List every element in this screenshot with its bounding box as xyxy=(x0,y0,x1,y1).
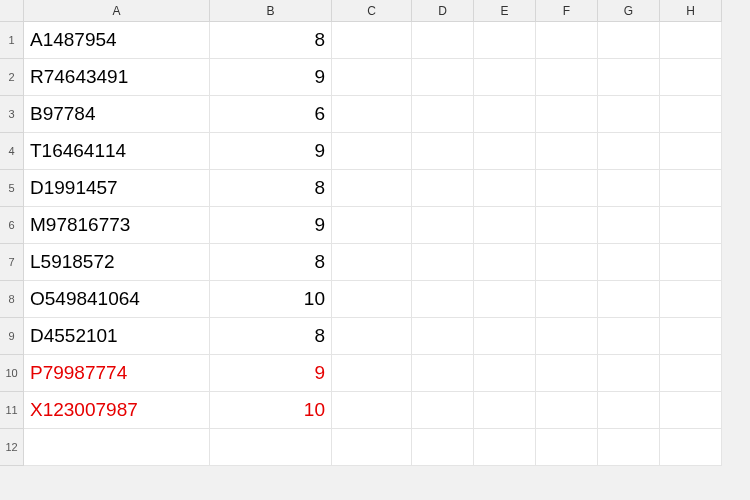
cell-h6[interactable] xyxy=(660,207,722,244)
cell-b8[interactable]: 10 xyxy=(210,281,332,318)
cell-a3[interactable]: B97784 xyxy=(24,96,210,133)
cell-g2[interactable] xyxy=(598,59,660,96)
cell-f3[interactable] xyxy=(536,96,598,133)
cell-d11[interactable] xyxy=(412,392,474,429)
row-header-11[interactable]: 11 xyxy=(0,392,24,429)
cell-g12[interactable] xyxy=(598,429,660,466)
row-header-3[interactable]: 3 xyxy=(0,96,24,133)
cell-h1[interactable] xyxy=(660,22,722,59)
cell-c9[interactable] xyxy=(332,318,412,355)
cell-a2[interactable]: R74643491 xyxy=(24,59,210,96)
cell-c1[interactable] xyxy=(332,22,412,59)
cell-a1[interactable]: A1487954 xyxy=(24,22,210,59)
cell-e3[interactable] xyxy=(474,96,536,133)
row-header-9[interactable]: 9 xyxy=(0,318,24,355)
cell-b5[interactable]: 8 xyxy=(210,170,332,207)
cell-g1[interactable] xyxy=(598,22,660,59)
cell-a6[interactable]: M97816773 xyxy=(24,207,210,244)
cell-g4[interactable] xyxy=(598,133,660,170)
cell-h5[interactable] xyxy=(660,170,722,207)
cell-a7[interactable]: L5918572 xyxy=(24,244,210,281)
cell-d4[interactable] xyxy=(412,133,474,170)
row-header-7[interactable]: 7 xyxy=(0,244,24,281)
cell-g6[interactable] xyxy=(598,207,660,244)
row-header-2[interactable]: 2 xyxy=(0,59,24,96)
cell-e10[interactable] xyxy=(474,355,536,392)
cell-b11[interactable]: 10 xyxy=(210,392,332,429)
cell-a4[interactable]: T16464114 xyxy=(24,133,210,170)
row-header-6[interactable]: 6 xyxy=(0,207,24,244)
cell-h2[interactable] xyxy=(660,59,722,96)
cell-f1[interactable] xyxy=(536,22,598,59)
cell-d10[interactable] xyxy=(412,355,474,392)
cell-b1[interactable]: 8 xyxy=(210,22,332,59)
cell-d1[interactable] xyxy=(412,22,474,59)
cell-f2[interactable] xyxy=(536,59,598,96)
cell-f9[interactable] xyxy=(536,318,598,355)
cell-h8[interactable] xyxy=(660,281,722,318)
cell-g8[interactable] xyxy=(598,281,660,318)
cell-g5[interactable] xyxy=(598,170,660,207)
cell-b2[interactable]: 9 xyxy=(210,59,332,96)
cell-b3[interactable]: 6 xyxy=(210,96,332,133)
cell-a10[interactable]: P79987774 xyxy=(24,355,210,392)
row-header-10[interactable]: 10 xyxy=(0,355,24,392)
cell-e2[interactable] xyxy=(474,59,536,96)
cell-b12[interactable] xyxy=(210,429,332,466)
column-header-d[interactable]: D xyxy=(412,0,474,22)
cell-a9[interactable]: D4552101 xyxy=(24,318,210,355)
cell-f12[interactable] xyxy=(536,429,598,466)
cell-h12[interactable] xyxy=(660,429,722,466)
cell-e7[interactable] xyxy=(474,244,536,281)
cell-c8[interactable] xyxy=(332,281,412,318)
cell-e8[interactable] xyxy=(474,281,536,318)
cell-e12[interactable] xyxy=(474,429,536,466)
spreadsheet[interactable]: { "columns": ["A","B","C","D","E","F","G… xyxy=(0,0,750,500)
column-header-g[interactable]: G xyxy=(598,0,660,22)
row-header-12[interactable]: 12 xyxy=(0,429,24,466)
cell-e4[interactable] xyxy=(474,133,536,170)
corner-cell[interactable] xyxy=(0,0,24,22)
cell-h3[interactable] xyxy=(660,96,722,133)
cell-a12[interactable] xyxy=(24,429,210,466)
cell-a11[interactable]: X123007987 xyxy=(24,392,210,429)
cell-h11[interactable] xyxy=(660,392,722,429)
cell-b6[interactable]: 9 xyxy=(210,207,332,244)
cell-b10[interactable]: 9 xyxy=(210,355,332,392)
column-header-e[interactable]: E xyxy=(474,0,536,22)
cell-d12[interactable] xyxy=(412,429,474,466)
cell-d2[interactable] xyxy=(412,59,474,96)
cell-d5[interactable] xyxy=(412,170,474,207)
cell-d8[interactable] xyxy=(412,281,474,318)
row-header-8[interactable]: 8 xyxy=(0,281,24,318)
cell-g9[interactable] xyxy=(598,318,660,355)
cell-c11[interactable] xyxy=(332,392,412,429)
cell-f5[interactable] xyxy=(536,170,598,207)
column-header-h[interactable]: H xyxy=(660,0,722,22)
row-header-4[interactable]: 4 xyxy=(0,133,24,170)
cell-a8[interactable]: O549841064 xyxy=(24,281,210,318)
cell-d7[interactable] xyxy=(412,244,474,281)
cell-d6[interactable] xyxy=(412,207,474,244)
cell-e11[interactable] xyxy=(474,392,536,429)
cell-e1[interactable] xyxy=(474,22,536,59)
cell-c2[interactable] xyxy=(332,59,412,96)
cell-f10[interactable] xyxy=(536,355,598,392)
cell-h10[interactable] xyxy=(660,355,722,392)
cell-h7[interactable] xyxy=(660,244,722,281)
column-header-b[interactable]: B xyxy=(210,0,332,22)
column-header-a[interactable]: A xyxy=(24,0,210,22)
cell-d3[interactable] xyxy=(412,96,474,133)
cell-h4[interactable] xyxy=(660,133,722,170)
cell-e9[interactable] xyxy=(474,318,536,355)
cell-c10[interactable] xyxy=(332,355,412,392)
cell-f6[interactable] xyxy=(536,207,598,244)
cell-c3[interactable] xyxy=(332,96,412,133)
row-header-1[interactable]: 1 xyxy=(0,22,24,59)
cell-e5[interactable] xyxy=(474,170,536,207)
cell-g3[interactable] xyxy=(598,96,660,133)
cell-c4[interactable] xyxy=(332,133,412,170)
cell-b4[interactable]: 9 xyxy=(210,133,332,170)
cell-c6[interactable] xyxy=(332,207,412,244)
cell-d9[interactable] xyxy=(412,318,474,355)
